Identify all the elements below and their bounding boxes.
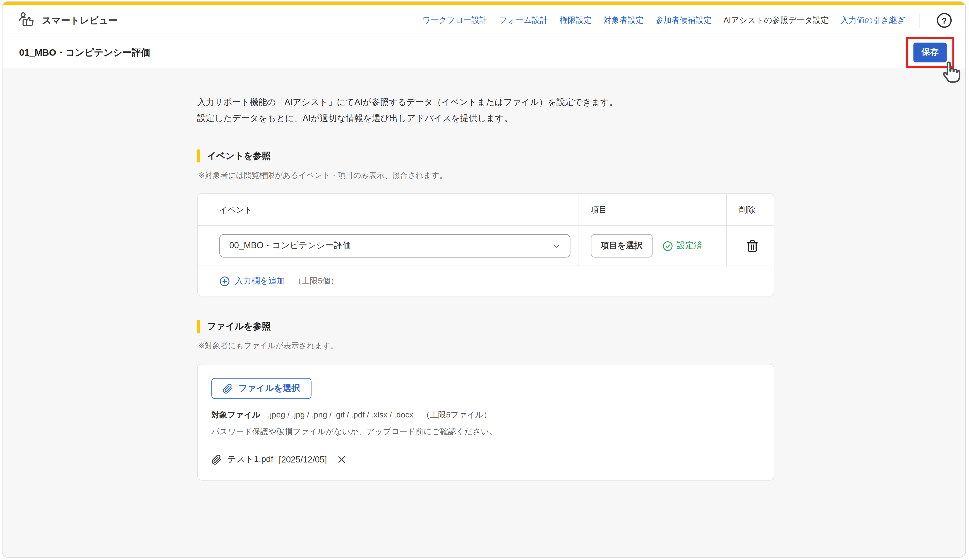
file-reference-card: ファイルを選択 対象ファイル.jpeg / .jpg / .png / .gif… — [197, 364, 774, 480]
file-section-note: ※対象者にもファイルが表示されます。 — [198, 341, 965, 351]
app-header: スマートレビュー ワークフロー設計 フォーム設計 権限設定 対象者設定 参加者候… — [2, 5, 966, 37]
select-file-button-label: ファイルを選択 — [239, 383, 300, 394]
uploaded-file-date: [2025/12/05] — [279, 455, 327, 465]
paperclip-icon — [223, 383, 233, 394]
file-section-title: ファイルを参照 — [207, 321, 271, 332]
add-input-row-label: 入力欄を追加 — [235, 275, 285, 286]
event-section-note: ※対象者には閲覧権限があるイベント・項目のみ表示、照合されます。 — [198, 170, 965, 181]
column-header-event: イベント — [198, 194, 578, 225]
top-nav: ワークフロー設計 フォーム設計 権限設定 対象者設定 参加者候補設定 AIアシス… — [423, 13, 952, 28]
event-section-header: イベントを参照 — [197, 150, 966, 163]
paperclip-icon — [211, 454, 222, 465]
intro-text: 入力サポート機能の「AIアシスト」にてAIが参照するデータ（イベントまたはファイ… — [197, 94, 966, 126]
smart-review-logo-icon — [17, 11, 36, 30]
intro-line-1: 入力サポート機能の「AIアシスト」にてAIが参照するデータ（イベントまたはファイ… — [197, 94, 966, 110]
target-file-line: 対象ファイル.jpeg / .jpg / .png / .gif / .pdf … — [211, 410, 760, 420]
nav-participant-candidate-settings[interactable]: 参加者候補設定 — [656, 15, 712, 26]
intro-line-2: 設定したデータをもとに、AIが適切な情報を選び出しアドバイスを提供します。 — [197, 110, 966, 126]
event-table-header: イベント 項目 削除 — [198, 194, 774, 226]
event-table-row: 00_MBO・コンピテンシー評価 項目を選択 設定済 — [198, 226, 774, 266]
chevron-down-icon — [552, 241, 561, 251]
column-header-delete: 削除 — [726, 194, 774, 225]
app-window: スマートレビュー ワークフロー設計 フォーム設計 権限設定 対象者設定 参加者候… — [2, 1, 966, 558]
add-input-row-link[interactable]: 入力欄を追加 — [220, 275, 285, 286]
target-file-limit: （上限5ファイル） — [422, 410, 491, 419]
nav-form-design[interactable]: フォーム設計 — [499, 15, 548, 26]
nav-input-value-carryover[interactable]: 入力値の引き継ぎ — [841, 15, 905, 26]
add-row-limit: （上限5個） — [294, 275, 338, 286]
event-reference-card: イベント 項目 削除 00_MBO・コンピテンシー評価 項目 — [197, 193, 774, 296]
file-section-header: ファイルを参照 — [197, 320, 966, 333]
page-title: 01_MBO・コンピテンシー評価 — [19, 47, 150, 58]
page-title-bar: 01_MBO・コンピテンシー評価 保存 — [2, 37, 966, 69]
screenshot-stage: スマートレビュー ワークフロー設計 フォーム設計 権限設定 対象者設定 参加者候… — [0, 0, 969, 560]
brand-top-bar — [2, 2, 966, 5]
upload-warning: パスワード保護や破損ファイルがないか、アップロード前にご確認ください。 — [211, 426, 760, 437]
nav-permission-settings[interactable]: 権限設定 — [559, 15, 592, 26]
nav-ai-assist-reference-data[interactable]: AIアシストの参照データ設定 — [723, 15, 829, 26]
remove-file-icon[interactable] — [337, 455, 347, 465]
plus-circle-icon — [220, 276, 230, 286]
event-table-footer: 入力欄を追加 （上限5個） — [198, 266, 774, 296]
delete-row-trash-icon[interactable] — [746, 239, 759, 252]
event-select[interactable]: 00_MBO・コンピテンシー評価 — [220, 234, 570, 258]
app-title: スマートレビュー — [42, 15, 118, 26]
event-select-value: 00_MBO・コンピテンシー評価 — [229, 240, 552, 251]
target-file-label: 対象ファイル — [211, 410, 260, 419]
event-section-title: イベントを参照 — [207, 150, 271, 162]
save-button[interactable]: 保存 — [913, 43, 947, 62]
check-circle-icon — [663, 241, 673, 251]
target-file-types: .jpeg / .jpg / .png / .gif / .pdf / .xls… — [268, 410, 413, 419]
status-label: 設定済 — [676, 240, 703, 251]
nav-workflow-design[interactable]: ワークフロー設計 — [423, 15, 488, 26]
help-icon[interactable]: ? — [937, 13, 952, 28]
select-item-button[interactable]: 項目を選択 — [591, 234, 652, 258]
nav-target-settings[interactable]: 対象者設定 — [604, 15, 644, 26]
column-header-item: 項目 — [578, 194, 726, 225]
section-accent-bar — [197, 320, 200, 333]
uploaded-file-name: テスト1.pdf — [227, 454, 273, 465]
select-file-button[interactable]: ファイルを選択 — [211, 378, 311, 399]
status-badge: 設定済 — [663, 240, 703, 251]
main-content: 入力サポート機能の「AIアシスト」にてAIが参照するデータ（イベントまたはファイ… — [2, 69, 966, 558]
nav-divider — [920, 13, 920, 28]
uploaded-file-item: テスト1.pdf [2025/12/05] — [211, 454, 760, 465]
save-button-highlight: 保存 — [906, 37, 954, 68]
section-accent-bar — [197, 150, 200, 163]
